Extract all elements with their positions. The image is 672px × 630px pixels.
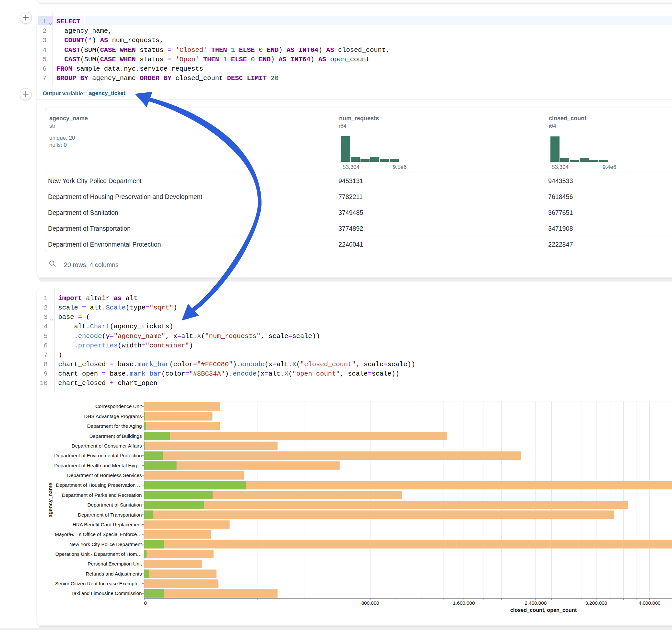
svg-text:DHS Advantage Programs: DHS Advantage Programs — [84, 413, 142, 419]
svg-text:Department of Parks and Recrea: Department of Parks and Recreation — [62, 492, 142, 498]
svg-text:0: 0 — [144, 600, 146, 606]
svg-text:Mayorâ€ s Office of Special En: Mayorâ€ s Office of Special Enforce… — [55, 532, 142, 537]
svg-text:Personal Exemption Unit: Personal Exemption Unit — [88, 561, 142, 566]
svg-text:New York City Police Departmen: New York City Police Department — [69, 541, 142, 547]
svg-text:Taxi and Limousine Commission: Taxi and Limousine Commission — [71, 590, 142, 596]
svg-text:Department for the Aging: Department for the Aging — [87, 423, 142, 429]
svg-text:Operations Unit - Department o: Operations Unit - Department of Hom… — [55, 551, 142, 557]
svg-text:4,000,000: 4,000,000 — [639, 600, 661, 606]
svg-text:closed_count, open_count: closed_count, open_count — [510, 607, 577, 613]
svg-text:Department of Sanitation: Department of Sanitation — [87, 502, 142, 508]
svg-text:3,200,000: 3,200,000 — [585, 600, 607, 606]
svg-text:800,000: 800,000 — [361, 600, 379, 606]
svg-text:HRA Benefit Card Replacement: HRA Benefit Card Replacement — [73, 522, 142, 527]
svg-text:Department of Health and Menta: Department of Health and Mental Hyg… — [54, 463, 142, 468]
svg-text:agency_name: agency_name — [47, 483, 53, 517]
svg-text:Refunds and Adjustments: Refunds and Adjustments — [86, 571, 142, 577]
svg-text:Senior Citizen Rent Increase E: Senior Citizen Rent Increase Exempti… — [55, 581, 142, 586]
svg-text:Department of Buildings: Department of Buildings — [89, 433, 142, 439]
svg-text:2,400,000: 2,400,000 — [525, 600, 547, 606]
svg-text:Department of Environmental Pr: Department of Environmental Protection — [54, 453, 142, 458]
svg-text:Department of Transportation: Department of Transportation — [78, 512, 142, 517]
svg-text:Department of Consumer Affairs: Department of Consumer Affairs — [72, 443, 142, 449]
svg-text:1,600,000: 1,600,000 — [453, 600, 475, 606]
svg-text:Department of Housing Preserva: Department of Housing Preservation … — [56, 482, 142, 488]
svg-text:Department of Homeless Service: Department of Homeless Services — [67, 472, 142, 478]
svg-text:Correspondence Unit: Correspondence Unit — [95, 404, 142, 409]
